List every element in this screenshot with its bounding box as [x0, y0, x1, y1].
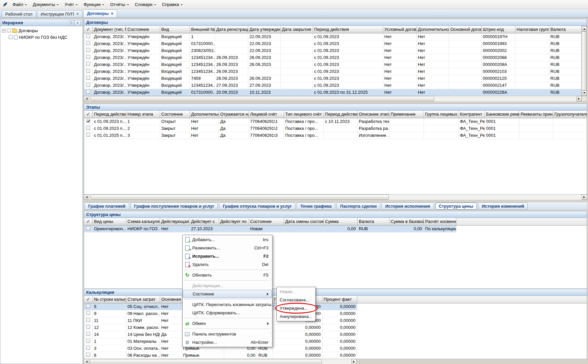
tree-item-checkbox[interactable] — [7, 28, 11, 32]
column-header[interactable]: Описание этапа — [357, 111, 389, 118]
menu-item-1[interactable]: Добавить...Ins — [183, 235, 272, 244]
menu-item-3[interactable]: Утверждена... — [277, 304, 315, 312]
table-row[interactable]: с 01.09.2023 п...1ОткрытНетДа7706406291\… — [84, 118, 587, 125]
row-checkbox[interactable] — [86, 332, 90, 336]
scrollbar-track[interactable] — [89, 194, 582, 200]
calculation-hscrollbar[interactable] — [84, 359, 357, 364]
document-tab-2[interactable]: Инструкции ПУП× — [37, 10, 83, 17]
table-row[interactable]: 1111 ПКИНетПрямые0,00RUB0,000000,00000 — [84, 317, 587, 324]
table-row[interactable]: 101 МатериалыНетПрямые0,00RUB0,000000,00… — [84, 338, 587, 345]
scrollbar-track[interactable] — [89, 96, 576, 101]
column-header[interactable]: Период действия — [92, 111, 126, 118]
column-header[interactable]: Штрих-код — [481, 26, 515, 33]
column-header[interactable]: Дата регистрации — [215, 26, 248, 33]
column-header[interactable]: Примечание — [389, 111, 424, 118]
scroll-up-button[interactable] — [582, 26, 587, 31]
column-header[interactable]: Налоговая группа — [515, 26, 549, 33]
table-row[interactable]: с 01.01.2025 п...3ЗакрытНетДа7706406291\… — [84, 132, 587, 139]
scrollbar-thumb[interactable] — [582, 31, 587, 90]
column-header[interactable]: Контрагент — [458, 111, 485, 118]
table-row[interactable]: 505 Соц. отчисл...НетПрямые0,00RUB0,0000… — [84, 303, 587, 310]
menubar-item-2[interactable]: Документы — [30, 0, 62, 9]
scroll-down-button[interactable] — [582, 90, 587, 96]
menu-item-2[interactable]: Согласована... — [277, 296, 315, 304]
panel-list-button[interactable] — [68, 20, 74, 25]
collapse-panel-button[interactable] — [75, 20, 81, 25]
row-checkbox[interactable] — [86, 83, 90, 87]
column-header[interactable]: Группа лицевых сч — [424, 111, 458, 118]
table-row[interactable]: 303 Осн. оплата...НетПрямые0,00RUB0,0000… — [84, 345, 587, 352]
column-header[interactable]: Действует по — [219, 218, 249, 225]
column-header[interactable]: Основная — [160, 296, 182, 303]
column-header[interactable]: Дата смены состоя — [284, 218, 323, 225]
row-checkbox[interactable] — [86, 346, 90, 350]
table-row[interactable]: Ориентировоч...НИОКР по ГОЗ ...Нет27.10.… — [84, 225, 587, 232]
row-checkbox[interactable] — [86, 304, 90, 308]
scrollbar-thumb[interactable] — [90, 194, 389, 200]
column-header[interactable]: Валюта — [357, 218, 389, 225]
subtab-2[interactable]: График поступления товаров и услуг — [131, 202, 218, 210]
scroll-right-button[interactable] — [582, 194, 587, 200]
menu-item-8[interactable]: Действующая... — [183, 282, 272, 290]
column-header[interactable]: Вид цены — [92, 218, 126, 225]
subtab-3[interactable]: График отпуска товаров и услуг — [219, 202, 295, 210]
subtab-4[interactable]: Точки графика — [297, 202, 335, 210]
column-header[interactable]: Процент факт — [322, 296, 357, 303]
document-tab-1[interactable]: Рабочий стол — [2, 10, 36, 17]
column-header[interactable]: Лицевой счёт — [249, 111, 284, 118]
menu-item-11[interactable]: ЦИТК. Пересчитать косвенные затраты... — [183, 300, 272, 309]
table-row[interactable]: Договор, 2023/...УтверждёнВходящий122.09… — [84, 33, 582, 40]
scrollbar-track[interactable] — [582, 31, 587, 90]
menubar-item-5[interactable]: Отчёты — [107, 0, 132, 9]
column-header[interactable]: Расчёт косвенных — [424, 218, 456, 225]
table-row[interactable]: Договор, 2023/...УтверждёнВходящий123451… — [84, 82, 582, 89]
row-checkbox[interactable] — [86, 69, 90, 73]
tree-item-checkbox[interactable] — [9, 35, 13, 39]
menu-item-4[interactable]: Аннулирована... — [277, 312, 315, 321]
column-header[interactable]: Банковские рекви — [485, 111, 519, 118]
menu-item-12[interactable]: ЦИТК. Сформировать... — [183, 309, 272, 317]
tab-close-icon[interactable]: × — [111, 12, 113, 16]
scrollbar-track[interactable] — [89, 359, 351, 364]
contracts-vscrollbar[interactable] — [582, 26, 587, 96]
row-checkbox[interactable] — [86, 311, 90, 315]
row-checkbox[interactable] — [86, 55, 90, 59]
scroll-left-button[interactable] — [84, 96, 89, 101]
menu-item-4[interactable]: УдалитьDel — [183, 260, 272, 269]
menubar-item-7[interactable]: Справка — [159, 0, 186, 9]
scrollbar-thumb[interactable] — [90, 96, 434, 101]
row-checkbox[interactable] — [86, 48, 90, 52]
column-header[interactable]: Сумма в базовой в — [389, 218, 424, 225]
row-checkbox[interactable] — [86, 133, 90, 137]
row-checkbox[interactable] — [86, 76, 90, 80]
row-checkbox[interactable] — [86, 325, 90, 329]
column-header[interactable]: Номер этапа — [126, 111, 160, 118]
menubar-item-6[interactable]: Словари — [132, 0, 159, 9]
table-row[interactable]: Договор, 2023/...УтверждёнВходящий745926… — [84, 75, 582, 82]
column-header[interactable]: Состояние — [160, 111, 190, 118]
column-header[interactable]: № строки калькул — [92, 296, 126, 303]
menu-item-9[interactable]: Состояние — [183, 290, 272, 298]
row-checkbox[interactable] — [86, 119, 90, 123]
subtab-6[interactable]: История исполнения — [382, 202, 434, 210]
column-header[interactable]: Условный договор — [383, 26, 416, 33]
row-checkbox[interactable] — [86, 126, 90, 130]
document-tab-3[interactable]: Договоры× — [83, 9, 117, 17]
tab-close-icon[interactable]: × — [76, 12, 79, 16]
column-header[interactable]: Тип лицевого счёт — [284, 111, 323, 118]
row-checkbox[interactable] — [86, 62, 90, 66]
subtab-5[interactable]: Паспорта сделки — [336, 202, 380, 210]
table-row[interactable]: Договор, 2023/...УтверждёнВходящий017310… — [84, 40, 582, 47]
row-checkbox[interactable] — [86, 34, 90, 38]
column-header[interactable]: Документ (тип, № — [92, 26, 126, 33]
scroll-right-button[interactable] — [576, 96, 582, 101]
table-row[interactable]: 1414 Цена без НДСДаПрямые0,00RUB0,000000… — [84, 331, 587, 338]
table-row[interactable]: Договор, 2023/...УтверждёнВходящий230823… — [84, 47, 582, 54]
column-header[interactable]: Основной договор — [449, 26, 481, 33]
table-row[interactable]: Договор, 2023/...УтверждёнВходящий123451… — [84, 68, 582, 75]
menu-item-3[interactable]: Исправить...F2 — [183, 252, 272, 260]
scroll-left-button[interactable] — [84, 194, 89, 200]
column-header[interactable]: ✓ — [84, 296, 92, 303]
table-row[interactable]: Договор, 2023/...УтверждёнВходящий123451… — [84, 54, 582, 61]
column-header[interactable]: Действует с — [190, 218, 219, 225]
